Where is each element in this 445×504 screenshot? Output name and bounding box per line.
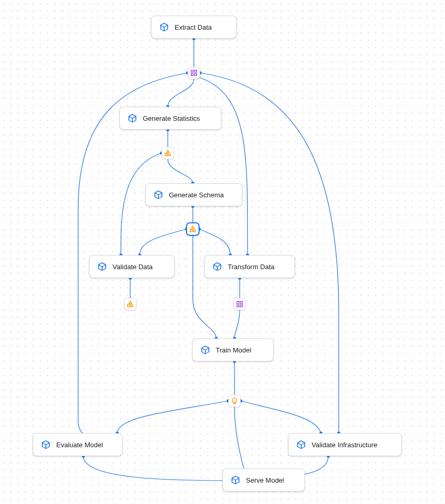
svg-rect-42	[240, 301, 242, 304]
shapes-icon	[127, 300, 134, 308]
svg-rect-33	[191, 73, 193, 75]
node-extract-data[interactable]: Extract Data	[151, 16, 237, 39]
node-generate-statistics[interactable]: Generate Statistics	[119, 107, 221, 130]
node-validate-infrastructure[interactable]: Validate Infrastructure	[288, 433, 402, 456]
shapes-icon	[189, 225, 196, 233]
svg-point-38	[193, 230, 195, 232]
node-validate-data[interactable]: Validate Data	[89, 255, 175, 278]
cube-icon	[97, 261, 107, 272]
node-label: Extract Data	[175, 23, 212, 31]
junction-bulb-icon[interactable]	[228, 395, 241, 407]
node-label: Serve Model	[246, 476, 284, 484]
node-transform-data[interactable]: Transform Data	[204, 255, 295, 278]
node-label: Evaluate Model	[56, 441, 103, 449]
node-label: Train Model	[216, 346, 251, 354]
junction-grid-icon[interactable]	[233, 298, 246, 310]
junction-shapes-icon[interactable]	[124, 298, 137, 310]
svg-rect-39	[128, 305, 130, 307]
cube-icon	[127, 113, 138, 123]
svg-rect-44	[240, 305, 242, 307]
svg-rect-32	[194, 70, 196, 72]
cube-icon	[153, 190, 164, 200]
cube-icon	[200, 345, 211, 355]
svg-rect-41	[237, 301, 239, 304]
bulb-icon	[231, 397, 238, 405]
cube-icon	[41, 439, 51, 450]
node-label: Validate Data	[113, 263, 153, 271]
node-serve-model[interactable]: Serve Model	[222, 469, 305, 492]
node-label: Generate Statistics	[143, 115, 200, 122]
edges-layer	[0, 0, 445, 504]
svg-rect-35	[165, 154, 167, 156]
svg-rect-43	[237, 305, 239, 307]
grid4-icon	[190, 69, 197, 77]
cube-icon	[296, 439, 306, 450]
junction-grid-icon[interactable]	[188, 67, 200, 79]
node-label: Generate Schema	[169, 191, 224, 199]
cube-icon	[212, 261, 222, 272]
svg-rect-37	[190, 230, 192, 232]
svg-point-36	[168, 154, 170, 156]
svg-rect-34	[194, 73, 196, 75]
node-label: Transform Data	[228, 263, 275, 271]
cube-icon	[230, 475, 241, 485]
cube-icon	[159, 22, 169, 32]
node-evaluate-model[interactable]: Evaluate Model	[33, 433, 122, 456]
grid4-icon	[236, 300, 243, 308]
junction-shapes-icon[interactable]	[162, 147, 174, 159]
node-train-model[interactable]: Train Model	[192, 338, 274, 361]
node-generate-schema[interactable]: Generate Schema	[145, 183, 242, 206]
node-label: Validate Infrastructure	[312, 441, 377, 449]
junction-shapes-icon-selected[interactable]	[186, 222, 200, 236]
shapes-icon	[164, 149, 171, 157]
svg-point-40	[131, 305, 133, 307]
pipeline-canvas[interactable]: Extract Data Generate Statistics Generat…	[0, 0, 445, 504]
svg-rect-31	[191, 70, 193, 72]
